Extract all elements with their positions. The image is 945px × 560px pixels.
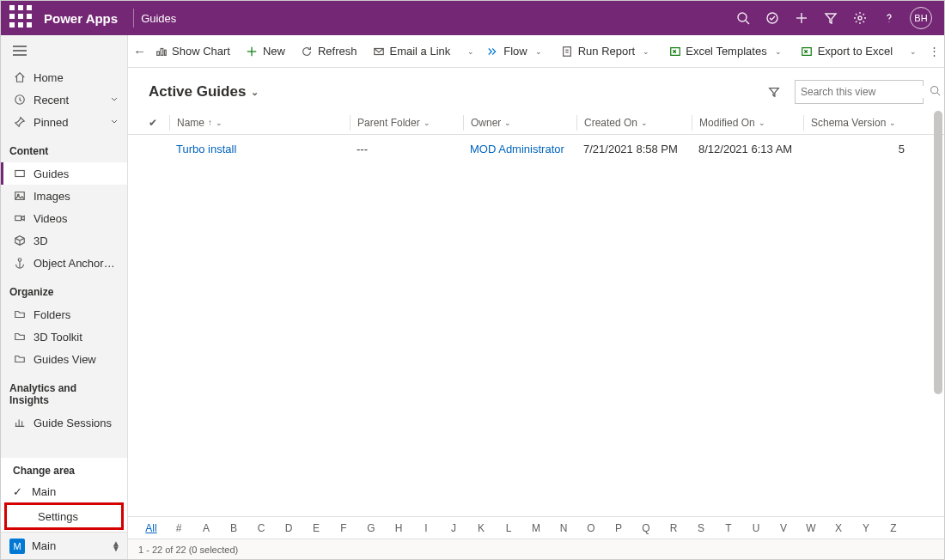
cmd-new[interactable]: New xyxy=(239,40,292,64)
filter-button[interactable] xyxy=(762,80,786,104)
alpha-q[interactable]: Q xyxy=(633,522,659,534)
alpha-all[interactable]: All xyxy=(138,522,164,534)
cell-created: 7/21/2021 8:58 PM xyxy=(576,143,692,155)
alpha-k[interactable]: K xyxy=(468,522,494,534)
alpha-m[interactable]: M xyxy=(523,522,549,534)
alpha-p[interactable]: P xyxy=(606,522,631,534)
cmd-email-link[interactable]: Email a Link xyxy=(365,40,457,64)
alpha-h[interactable]: H xyxy=(386,522,412,534)
add-icon[interactable] xyxy=(793,9,810,27)
cmd-label: Show Chart xyxy=(172,45,230,58)
table-row[interactable]: Turbo install --- MOD Administrator 7/21… xyxy=(128,135,944,164)
cmd-export-excel[interactable]: Export to Excel xyxy=(794,40,899,64)
vertical-scrollbar[interactable] xyxy=(934,111,942,394)
alpha-e[interactable]: E xyxy=(303,522,329,534)
help-icon[interactable] xyxy=(881,9,898,27)
view-selector[interactable]: Active Guides ⌄ xyxy=(149,83,259,100)
alpha-d[interactable]: D xyxy=(276,522,302,534)
excel-icon xyxy=(801,45,814,58)
nav-recent[interactable]: Recent xyxy=(1,88,127,111)
select-all-checkbox[interactable]: ✔ xyxy=(149,117,169,129)
chevron-down-icon: ⌄ xyxy=(424,119,430,127)
cmd-excel-templates[interactable]: Excel Templates ⌄ xyxy=(662,40,791,64)
alpha-n[interactable]: N xyxy=(551,522,576,534)
area-option-settings[interactable]: Settings xyxy=(7,505,121,527)
nav-videos[interactable]: Videos xyxy=(1,207,127,229)
col-header-parent[interactable]: Parent Folder ⌄ xyxy=(350,115,463,131)
cmd-refresh[interactable]: Refresh xyxy=(294,40,364,64)
col-header-name[interactable]: Name ↑ ⌄ xyxy=(169,115,350,131)
cmd-flow[interactable]: Flow ⌄ xyxy=(479,40,552,64)
cmd-export-split[interactable]: ⌄ xyxy=(906,47,920,56)
chart-icon xyxy=(155,45,168,58)
alpha-j[interactable]: J xyxy=(441,522,466,534)
alpha-r[interactable]: R xyxy=(661,522,686,534)
nav-home[interactable]: Home xyxy=(1,66,127,88)
chevron-down-icon[interactable] xyxy=(110,116,119,129)
nav-guide-sessions[interactable]: Guide Sessions xyxy=(1,411,127,434)
cell-name[interactable]: Turbo install xyxy=(169,143,350,155)
alpha-z[interactable]: Z xyxy=(881,522,906,534)
alpha-y[interactable]: Y xyxy=(853,522,879,534)
nav-3d[interactable]: 3D xyxy=(1,229,127,252)
nav-pinned[interactable]: Pinned xyxy=(1,111,127,133)
sidebar-collapse-icon[interactable] xyxy=(1,35,127,66)
svg-rect-0 xyxy=(9,5,15,10)
cmd-run-report[interactable]: Run Report ⌄ xyxy=(554,40,660,64)
cmd-show-chart[interactable]: Show Chart xyxy=(148,40,237,64)
alpha-c[interactable]: C xyxy=(248,522,274,534)
alpha-i[interactable]: I xyxy=(413,522,439,534)
app-launcher-icon[interactable] xyxy=(8,3,35,33)
nav-folders[interactable]: Folders xyxy=(1,303,127,326)
alpha-a[interactable]: A xyxy=(193,522,219,534)
search-view-input[interactable] xyxy=(795,80,924,104)
cmd-label: Flow xyxy=(503,45,527,58)
area-switcher[interactable]: M Main ▲▼ xyxy=(1,532,127,559)
nav-images[interactable]: Images xyxy=(1,185,127,207)
alpha-b[interactable]: B xyxy=(221,522,247,534)
col-header-schema[interactable]: Schema Version ⌄ xyxy=(803,115,922,131)
alpha-w[interactable]: W xyxy=(798,522,824,534)
task-icon[interactable] xyxy=(764,9,781,27)
filter-icon[interactable] xyxy=(822,9,839,27)
alpha-#[interactable]: # xyxy=(166,522,192,534)
search-icon[interactable] xyxy=(930,85,941,99)
col-header-modified[interactable]: Modified On ⌄ xyxy=(692,115,803,131)
folder-icon xyxy=(13,331,27,343)
report-icon xyxy=(561,45,574,58)
chevron-down-icon[interactable] xyxy=(110,94,119,107)
alpha-x[interactable]: X xyxy=(826,522,851,534)
search-icon[interactable] xyxy=(735,9,752,27)
alpha-u[interactable]: U xyxy=(743,522,769,534)
user-avatar[interactable]: BH xyxy=(910,7,932,29)
nav-3d-toolkit[interactable]: 3D Toolkit xyxy=(1,326,127,348)
folder-icon xyxy=(13,308,27,320)
back-button[interactable]: ← xyxy=(133,44,146,58)
alpha-l[interactable]: L xyxy=(496,522,521,534)
nav-label: Recent xyxy=(34,94,103,107)
nav-guides[interactable]: Guides xyxy=(1,162,127,185)
alpha-v[interactable]: V xyxy=(771,522,796,534)
area-option-main[interactable]: ✓ Main xyxy=(1,480,127,502)
col-label: Schema Version xyxy=(811,117,886,129)
cell-owner[interactable]: MOD Administrator xyxy=(463,143,576,155)
svg-rect-8 xyxy=(27,22,32,27)
alpha-s[interactable]: S xyxy=(688,522,714,534)
settings-icon[interactable] xyxy=(851,9,869,27)
app-name[interactable]: Power Apps xyxy=(35,11,126,26)
nav-guides-view[interactable]: Guides View xyxy=(1,348,127,370)
alpha-f[interactable]: F xyxy=(331,522,357,534)
svg-rect-33 xyxy=(670,47,680,55)
alpha-filter-bar: All#ABCDEFGHIJKLMNOPQRSTUVWXYZ xyxy=(128,516,944,539)
search-input[interactable] xyxy=(801,86,930,98)
app-sub-name[interactable]: Guides xyxy=(141,12,176,25)
nav-object-anchors[interactable]: Object Anchors (Prev... xyxy=(1,252,127,274)
col-header-created[interactable]: Created On ⌄ xyxy=(576,115,692,131)
cmd-overflow[interactable]: ⋮ xyxy=(922,45,945,58)
cmd-label: Excel Templates xyxy=(686,45,766,58)
alpha-g[interactable]: G xyxy=(358,522,384,534)
col-header-owner[interactable]: Owner ⌄ xyxy=(463,115,576,131)
alpha-o[interactable]: O xyxy=(578,522,604,534)
alpha-t[interactable]: T xyxy=(716,522,741,534)
cmd-email-split[interactable]: ⌄ xyxy=(464,47,478,56)
